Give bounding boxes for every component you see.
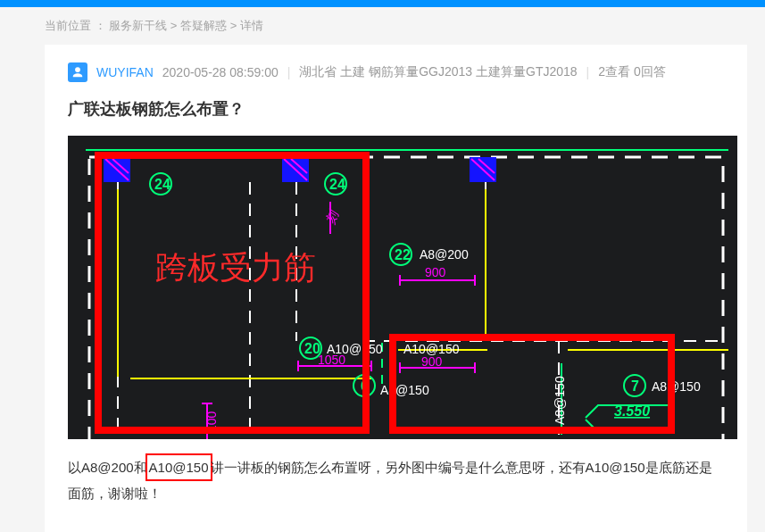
highlight-box-left [95,152,370,434]
question-title: 广联达板钢筋怎么布置？ [68,98,724,120]
avatar [68,62,87,82]
highlight-box-right [389,334,675,434]
post-time: 2020-05-28 08:59:00 [162,65,279,79]
question-image: 刻 24 24 22 [68,136,737,439]
crumb-l2[interactable]: 答疑解惑 [180,19,227,32]
question-body: 以A8@200和A10@150讲一讲板的钢筋怎么布置呀，另外图中编号是什么意思呀… [68,453,724,505]
crumb-l1[interactable]: 服务新干线 [109,19,167,32]
svg-text:A8@200: A8@200 [420,247,469,262]
svg-text:900: 900 [425,265,446,279]
username[interactable]: WUYIFAN [96,65,154,79]
user-icon [71,66,84,79]
svg-text:22: 22 [395,247,411,262]
breadcrumb: 当前位置 ： 服务新干线 > 答疑解惑 > 详情 [45,7,756,45]
post-tags: 湖北省 土建 钢筋算量GGJ2013 土建算量GTJ2018 [299,64,577,80]
post-stats: 2查看 0回答 [598,64,665,80]
question-card: WUYIFAN 2020-05-28 08:59:00 | 湖北省 土建 钢筋算… [45,45,747,532]
question-meta: WUYIFAN 2020-05-28 08:59:00 | 湖北省 土建 钢筋算… [68,62,724,82]
crumb-l3: 详情 [240,19,263,32]
